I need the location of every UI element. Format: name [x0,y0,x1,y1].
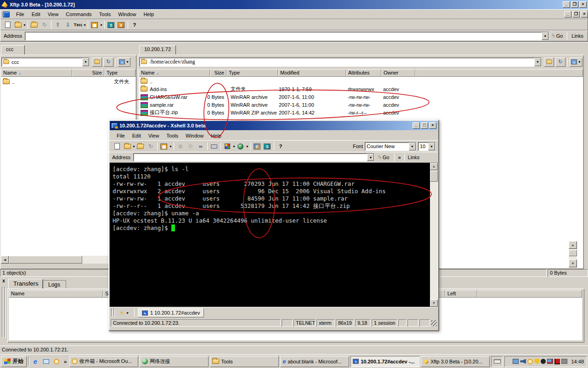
language-bar[interactable] [491,356,503,367]
properties-icon[interactable]: ▦ [90,20,100,29]
resize-grip[interactable] [431,320,437,326]
task-button-network[interactable]: 网络连接 [140,356,209,367]
open-session-icon[interactable] [13,20,23,29]
remote-panel-tab[interactable]: 10.200.1.72 [139,45,176,55]
xftp-menu-file[interactable]: File [12,10,28,18]
task-button-ie[interactable]: e about:blank - Microsof... [280,356,349,367]
local-views-icon[interactable]: ≡▼ [118,58,130,67]
transfers-col-left[interactable]: Left [445,290,477,298]
quicklaunch-overflow-chevron[interactable]: » [64,359,67,364]
xagent-launch-icon[interactable]: X [116,20,126,29]
font-name-dropdown-icon[interactable]: ▼ [409,143,416,150]
remote-views-icon[interactable]: ≡▼ [570,58,582,67]
scroll-left-icon[interactable]: ◀ [1,256,9,264]
remote-vscrollbar[interactable]: ▲ ▼ [569,241,577,268]
remote-col-attributes[interactable]: Attributes [346,69,381,77]
tab-logs[interactable]: Logs [42,280,66,289]
local-up-icon[interactable] [92,58,102,67]
quicklaunch-ie-icon[interactable]: e [31,357,40,366]
tray-mute-icon[interactable] [520,359,526,364]
transfers-col-name[interactable]: Name [9,290,103,298]
properties-dropdown-icon[interactable]: ▼ [169,145,172,148]
transfer-type-icon[interactable]: Tx01 [73,20,83,29]
xshell-go-button[interactable]: ϟ Go [378,155,389,160]
remote-col-size[interactable]: Size [210,69,226,77]
remote-col-modified[interactable]: Modified [278,69,346,77]
properties-icon[interactable]: ▦ [159,142,169,151]
xftp-menu-tools[interactable]: Tools [96,10,115,18]
remote-col-owner[interactable]: Owner [381,69,415,77]
local-panel-tab[interactable]: ccc [1,45,25,55]
remote-file-row[interactable]: CHARGEGW.rar 0 Bytes WinRAR archive 2007… [139,93,583,101]
properties-dropdown-icon[interactable]: ▼ [100,23,103,27]
new-session-icon[interactable] [3,20,13,29]
xshell-menu-file[interactable]: File [113,132,129,140]
xftp-menu-help[interactable]: Help [140,10,158,18]
print-icon[interactable] [209,142,219,151]
xftp-mdi-child-icon[interactable] [3,12,10,17]
font-size-dropdown-icon[interactable]: ▼ [428,143,435,150]
xftp-go-button[interactable]: ϟ Go [552,33,563,39]
local-col-name[interactable]: Name ▲ [1,69,72,77]
scroll-down-icon[interactable]: ▼ [430,299,438,307]
xshell-menu-window[interactable]: Window [182,132,207,140]
xftp-child-minimize-button[interactable]: _ [564,11,571,17]
xftp-menu-commands[interactable]: Commands [62,10,95,18]
scroll-down-icon[interactable]: ▼ [569,259,577,267]
xftp-titlebar[interactable]: Xftp 3.0 Beta - [10.200.1.72] _ ❐ × [0,0,588,9]
taskbar-clock[interactable]: 14:48 [571,359,584,364]
local-folder-combo[interactable]: ccc ▼ [1,58,90,67]
reconnect-icon[interactable]: ↻ [40,20,50,29]
web-dropdown-icon[interactable]: ▼ [246,145,249,148]
font-size-combo[interactable]: 10 ▼ [418,142,435,151]
xftp-close-button[interactable]: × [579,1,587,8]
local-col-size[interactable]: Size [72,69,104,77]
scroll-thumb[interactable] [430,171,438,182]
tray-display-icon[interactable] [561,359,567,364]
xshell-address-input[interactable]: ▼ [133,153,374,161]
tray-antivirus-icon[interactable] [554,359,560,364]
local-col-type[interactable]: Type [104,69,136,77]
xshell-menu-tools[interactable]: Tools [163,132,182,140]
remote-path-combo[interactable]: /home/accdev/zhang ▼ [139,58,542,67]
tray-clock-icon[interactable] [527,359,533,364]
scroll-thumb[interactable] [569,250,577,256]
xshell-maximize-button[interactable]: □ [421,122,428,129]
session-tab[interactable]: ϟ 1 10.200.1.72#accdev [138,308,204,317]
remote-file-row[interactable]: 接口平台.zip 0 Bytes WinRAR ZIP archive 2007… [139,109,583,116]
scroll-thumb[interactable] [9,256,82,264]
color-scheme-icon[interactable] [222,142,232,151]
xftp-restore-button[interactable]: ❐ [571,1,578,8]
transfers-grip[interactable] [2,287,3,338]
tray-update-icon[interactable] [547,359,553,364]
transfer-type-dropdown-icon[interactable]: ▼ [83,23,86,27]
open-icon[interactable] [122,142,132,151]
open-dropdown-icon[interactable]: ▼ [132,145,136,148]
start-button[interactable]: 开始 [1,356,27,367]
local-file-row[interactable]: .. 文件夹 [1,78,136,86]
remote-file-row[interactable]: Add-ins 文件夹 1970-1-1, 7:59 drwxrwxrwx ac… [139,85,583,93]
font-name-combo[interactable]: Courier New ▼ [365,142,416,151]
xshell-menu-edit[interactable]: Edit [129,132,145,140]
xftp-child-restore-button[interactable]: ❐ [572,11,580,17]
xshell-toolbar-overflow[interactable]: » [398,155,401,160]
xshell-launch-icon[interactable]: S [106,20,116,29]
remote-path-dropdown-icon[interactable]: ▼ [534,58,541,66]
tray-session-icon[interactable] [513,359,519,364]
xshell-minimize-button[interactable]: _ [413,122,420,129]
xftp-menu-view[interactable]: View [44,10,62,18]
xshell-menu-view[interactable]: View [145,132,163,140]
xshell-address-dropdown-icon[interactable]: ▼ [367,154,374,161]
session-dropdown-icon[interactable]: ▼ [126,311,129,315]
tab-transfers[interactable]: Transfers [8,279,43,289]
quicklaunch-clock-icon[interactable] [52,357,61,366]
scroll-up-icon[interactable]: ▲ [430,163,438,170]
terminal[interactable]: [accdev: zhang]$ ls -l total 11120 -rw-r… [109,162,438,307]
tray-volume-icon[interactable] [541,359,546,364]
connect-icon[interactable] [29,20,40,29]
task-button-xshell[interactable]: ϟ 10.200.1.72#accdev -... [351,356,419,367]
web-icon[interactable] [236,142,246,151]
task-button-outlook[interactable]: 收件箱 - Microsoft Ou... [69,356,138,367]
new-session-lightning-icon[interactable]: ϟ [118,308,126,317]
remote-up-icon[interactable] [544,58,554,67]
